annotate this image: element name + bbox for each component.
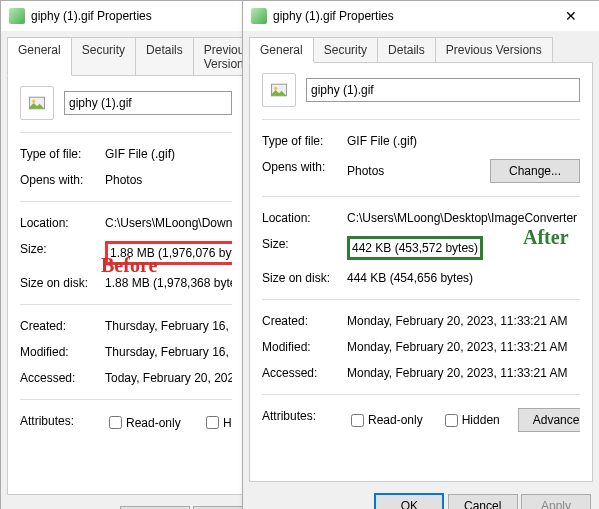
readonly-label: Read-only bbox=[368, 412, 423, 428]
tab-general[interactable]: General bbox=[7, 37, 72, 76]
ok-button[interactable]: OK bbox=[374, 493, 444, 509]
label-type: Type of file: bbox=[20, 146, 105, 162]
value-type: GIF File (.gif) bbox=[105, 146, 232, 162]
properties-dialog-after: giphy (1).gif Properties ✕ General Secur… bbox=[242, 0, 599, 509]
label-opens-with: Opens with: bbox=[20, 172, 105, 188]
dialog-buttons: OK Can bbox=[1, 496, 251, 509]
label-modified: Modified: bbox=[262, 339, 347, 355]
label-accessed: Accessed: bbox=[20, 370, 105, 386]
svg-point-1 bbox=[32, 100, 35, 103]
window-title: giphy (1).gif Properties bbox=[273, 9, 551, 23]
value-type: GIF File (.gif) bbox=[347, 133, 580, 149]
label-attributes: Attributes: bbox=[20, 413, 105, 433]
value-created: Thursday, February 16, 2023, 3 bbox=[105, 318, 232, 334]
size-highlight-green: 442 KB (453,572 bytes) bbox=[347, 236, 483, 260]
filename-input[interactable] bbox=[64, 91, 232, 115]
label-modified: Modified: bbox=[20, 344, 105, 360]
readonly-label: Read-only bbox=[126, 415, 181, 431]
value-size-on-disk: 1.88 MB (1,978,368 bytes) bbox=[105, 275, 232, 291]
change-button[interactable]: Change... bbox=[490, 159, 580, 183]
hidden-checkbox[interactable]: Hidden bbox=[202, 413, 232, 432]
value-location: C:\Users\MLoong\Desktop\ImageConverter bbox=[347, 210, 580, 226]
readonly-checkbox[interactable]: Read-only bbox=[105, 413, 181, 432]
value-opens-with: Photos bbox=[347, 163, 490, 179]
hidden-label: Hidden bbox=[462, 412, 500, 428]
annotation-after: After bbox=[523, 226, 569, 249]
dialog-buttons: OK Cancel Apply bbox=[243, 483, 599, 509]
label-size-on-disk: Size on disk: bbox=[20, 275, 105, 291]
hidden-label: Hidden bbox=[223, 415, 232, 431]
filename-input[interactable] bbox=[306, 78, 580, 102]
file-icon bbox=[9, 8, 25, 24]
titlebar: giphy (1).gif Properties bbox=[1, 1, 251, 31]
value-opens-with: Photos bbox=[105, 172, 232, 188]
label-created: Created: bbox=[20, 318, 105, 334]
value-location: C:\Users\MLoong\Downloads bbox=[105, 215, 232, 231]
annotation-before: Before bbox=[101, 254, 157, 277]
label-created: Created: bbox=[262, 313, 347, 329]
cancel-button[interactable]: Cancel bbox=[448, 494, 518, 509]
gif-icon bbox=[262, 73, 296, 107]
readonly-checkbox[interactable]: Read-only bbox=[347, 411, 423, 430]
tabs: General Security Details Previous Versio… bbox=[1, 31, 251, 76]
label-opens-with: Opens with: bbox=[262, 159, 347, 183]
label-attributes: Attributes: bbox=[262, 408, 347, 432]
file-icon bbox=[251, 8, 267, 24]
tab-security[interactable]: Security bbox=[71, 37, 136, 76]
hidden-checkbox[interactable]: Hidden bbox=[441, 411, 500, 430]
tab-body: Type of file:GIF File (.gif) Opens with:… bbox=[7, 75, 245, 495]
value-modified: Thursday, February 16, 2023, 3 bbox=[105, 344, 232, 360]
tab-details[interactable]: Details bbox=[135, 37, 194, 76]
tabs: General Security Details Previous Versio… bbox=[243, 31, 599, 63]
value-accessed: Monday, February 20, 2023, 11:33:21 AM bbox=[347, 365, 580, 381]
value-size-on-disk: 444 KB (454,656 bytes) bbox=[347, 270, 580, 286]
titlebar: giphy (1).gif Properties ✕ bbox=[243, 1, 599, 31]
apply-button[interactable]: Apply bbox=[521, 494, 591, 509]
label-location: Location: bbox=[20, 215, 105, 231]
value-created: Monday, February 20, 2023, 11:33:21 AM bbox=[347, 313, 580, 329]
value-accessed: Today, February 20, 2023, 1 min bbox=[105, 370, 232, 386]
label-size-on-disk: Size on disk: bbox=[262, 270, 347, 286]
window-title: giphy (1).gif Properties bbox=[31, 9, 243, 23]
label-size: Size: bbox=[20, 241, 105, 265]
label-location: Location: bbox=[262, 210, 347, 226]
tab-previous-versions[interactable]: Previous Versions bbox=[435, 37, 553, 63]
gif-icon bbox=[20, 86, 54, 120]
advanced-button[interactable]: Advanced... bbox=[518, 408, 580, 432]
label-size: Size: bbox=[262, 236, 347, 260]
svg-point-3 bbox=[274, 87, 277, 90]
close-icon[interactable]: ✕ bbox=[551, 2, 591, 30]
value-modified: Monday, February 20, 2023, 11:33:21 AM bbox=[347, 339, 580, 355]
tab-general[interactable]: General bbox=[249, 37, 314, 63]
properties-dialog-before: giphy (1).gif Properties General Securit… bbox=[0, 0, 252, 509]
tab-security[interactable]: Security bbox=[313, 37, 378, 63]
tab-details[interactable]: Details bbox=[377, 37, 436, 63]
label-accessed: Accessed: bbox=[262, 365, 347, 381]
tab-body: Type of file:GIF File (.gif) Opens with:… bbox=[249, 62, 593, 482]
label-type: Type of file: bbox=[262, 133, 347, 149]
